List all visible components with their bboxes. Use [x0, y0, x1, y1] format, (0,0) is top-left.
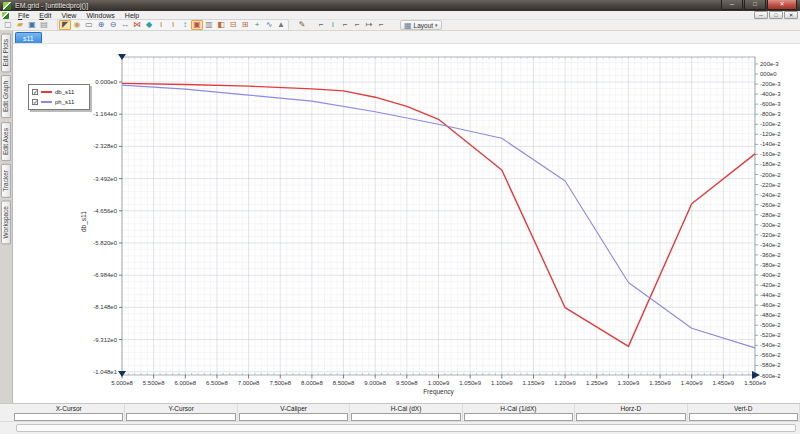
svg-text:5.500e8: 5.500e8	[143, 380, 165, 386]
status-bar	[0, 421, 800, 434]
pane-bottom-icon[interactable]: ⊟	[227, 20, 239, 30]
vert-d-input[interactable]	[689, 413, 798, 421]
svg-text:-200e-3: -200e-3	[760, 81, 781, 87]
svg-text:1.500e9: 1.500e9	[744, 380, 766, 386]
plot-legend[interactable]: ✓db_s11✓ph_s11	[28, 84, 90, 110]
child-restore-button[interactable]: □	[769, 11, 783, 19]
v-fit-icon[interactable]: ↕	[179, 20, 191, 30]
svg-text:1.250e9: 1.250e9	[586, 380, 608, 386]
sidebar-tab-edit-plots[interactable]: Edit Plots	[1, 33, 11, 72]
v-caliper-input[interactable]	[239, 413, 348, 421]
minimize-button[interactable]: ─	[721, 0, 743, 10]
axis-handle-2[interactable]	[752, 371, 760, 379]
sidebar-tab-edit-axes[interactable]: Edit Axes	[1, 122, 11, 161]
close-button[interactable]: ✕	[767, 0, 797, 10]
pane-grid-icon[interactable]: ⊞	[239, 20, 251, 30]
trace-marker-icon[interactable]: ▥	[203, 20, 215, 30]
open-folder-icon[interactable]: ▰	[14, 20, 26, 30]
h-cal-1-dx-input[interactable]	[464, 413, 573, 421]
zoom-out-icon[interactable]: ⊖	[107, 20, 119, 30]
svg-text:-140e-2: -140e-2	[760, 141, 781, 147]
plot-region[interactable]: 5.000e85.500e86.000e86.500e87.000e87.500…	[13, 44, 800, 403]
axis-labels: 5.000e85.500e86.000e86.500e87.000e87.500…	[93, 61, 781, 396]
v-caliper-toggle-icon[interactable]: ⌐	[339, 20, 351, 30]
axis-handle-1[interactable]	[118, 371, 126, 377]
save-icon[interactable]: ▣	[26, 20, 38, 30]
pane-left-icon[interactable]: ◧	[215, 20, 227, 30]
cursor-field-label: V-Caliper	[238, 405, 349, 412]
svg-text:-120e-2: -120e-2	[760, 131, 781, 137]
svg-text:-800e-3: -800e-3	[760, 111, 781, 117]
zoom-in-icon[interactable]: ⊕	[95, 20, 107, 30]
h-center-icon[interactable]: ◆	[143, 20, 155, 30]
svg-text:-280e-2: -280e-2	[760, 212, 781, 218]
marker-pair-icon[interactable]: ⋈	[131, 20, 143, 30]
svg-text:-360e-2: -360e-2	[760, 252, 781, 258]
cursor-readout-bar: X-CursorY-CursorV-CaliperH-Cal (dX)H-Cal…	[0, 403, 800, 421]
maximize-button[interactable]: □	[744, 0, 766, 10]
svg-text:6.000e8: 6.000e8	[174, 380, 196, 386]
active-marker-icon[interactable]: ▣	[191, 20, 203, 30]
svg-text:000e0: 000e0	[760, 71, 777, 77]
legend-checkbox-db-s11[interactable]: ✓	[32, 89, 38, 95]
new-document-icon[interactable]: ▢	[2, 20, 14, 30]
svg-text:-500e-2: -500e-2	[760, 322, 781, 328]
legend-checkbox-ph-s11[interactable]: ✓	[32, 99, 38, 105]
svg-text:6.500e8: 6.500e8	[206, 380, 228, 386]
delta-caliper-toggle-icon[interactable]: ↦	[363, 20, 375, 30]
cursor-field-h-cal-dx: H-Cal (dX)	[350, 404, 462, 421]
cursor-field-label: Horz-D	[575, 405, 686, 412]
svg-text:8.500e8: 8.500e8	[333, 380, 355, 386]
pan-hand-icon[interactable]: ◉	[71, 20, 83, 30]
child-close-button[interactable]: ✕	[784, 11, 798, 19]
sidebar-tab-workspace[interactable]: Workspace	[1, 200, 11, 244]
print-icon[interactable]: ▤	[38, 20, 50, 30]
add-trace-icon[interactable]: +	[251, 20, 263, 30]
svg-text:-1.164e0: -1.164e0	[93, 111, 117, 117]
select-arrow-icon[interactable]: ◤	[59, 20, 71, 30]
sidebar-tab-edit-graph[interactable]: Edit Graph	[1, 75, 11, 118]
cursor-field-label: Vert-D	[688, 405, 799, 412]
svg-text:-560e-2: -560e-2	[760, 352, 781, 358]
cursor-field-x-cursor: X-Cursor	[13, 404, 125, 421]
x-cursor-toggle-icon[interactable]: ⌐	[315, 20, 327, 30]
svg-text:7.000e8: 7.000e8	[238, 380, 260, 386]
svg-text:-5.820e0: -5.820e0	[93, 240, 117, 246]
plot-canvas[interactable]: 5.000e85.500e86.000e86.500e87.000e87.500…	[13, 44, 800, 403]
status-message-well	[16, 424, 796, 432]
sidebar-tab-tracker[interactable]: Tracker	[1, 164, 11, 198]
legend-swatch-ph-s11	[41, 101, 52, 103]
v-ibeam-arrows-icon[interactable]: I	[167, 20, 179, 30]
svg-text:8.000e8: 8.000e8	[301, 380, 323, 386]
svg-text:-480e-2: -480e-2	[760, 312, 781, 318]
cursor-field-h-cal-1-dx: H-Cal (1/dX)	[463, 404, 575, 421]
svg-text:-400e-3: -400e-3	[760, 91, 781, 97]
horz-d-input[interactable]	[576, 413, 685, 421]
child-window-controls: ─ □ ✕	[754, 11, 798, 19]
title-bar[interactable]: EM.grid - [untitledproj()] ─ □ ✕	[0, 0, 800, 11]
v-ibeam-icon[interactable]: I	[155, 20, 167, 30]
svg-text:1.000e9: 1.000e9	[428, 380, 450, 386]
h-caliper-toggle-icon[interactable]: ⌐	[351, 20, 363, 30]
child-minimize-button[interactable]: ─	[754, 11, 768, 19]
y-cursor-input[interactable]	[126, 413, 235, 421]
wave-icon[interactable]: ∿	[263, 20, 275, 30]
y-cursor-toggle-icon[interactable]: i	[327, 20, 339, 30]
layout-dropdown-button[interactable]: ▦ Layout ▾	[400, 20, 442, 30]
plot-tools-group: ◤◉▭⊕⊖↔⋈◆II↕▣▥◧⊟⊞+∿▲	[57, 19, 289, 31]
doc-tab-s11[interactable]: s11	[15, 32, 42, 43]
cursor-toggle-group: ⌐i⌐⌐↦⌐	[315, 20, 387, 30]
caliper-toggle-icon[interactable]: ⌐	[375, 20, 387, 30]
pencil-icon[interactable]: ✎	[296, 20, 308, 30]
svg-text:-1.048e1: -1.048e1	[93, 369, 117, 375]
legend-item-db-s11: ✓db_s11	[32, 87, 86, 97]
h-cal-dx-input[interactable]	[351, 413, 460, 421]
svg-text:1.050e9: 1.050e9	[459, 380, 481, 386]
legend-label-db-s11: db_s11	[55, 89, 74, 95]
zoom-window-icon[interactable]: ▭	[83, 20, 95, 30]
svg-text:-180e-2: -180e-2	[760, 161, 781, 167]
svg-text:-6.984e0: -6.984e0	[93, 272, 117, 278]
zoom-x-icon[interactable]: ↔	[119, 20, 131, 30]
peak-icon[interactable]: ▲	[275, 20, 287, 30]
x-cursor-input[interactable]	[14, 413, 123, 421]
